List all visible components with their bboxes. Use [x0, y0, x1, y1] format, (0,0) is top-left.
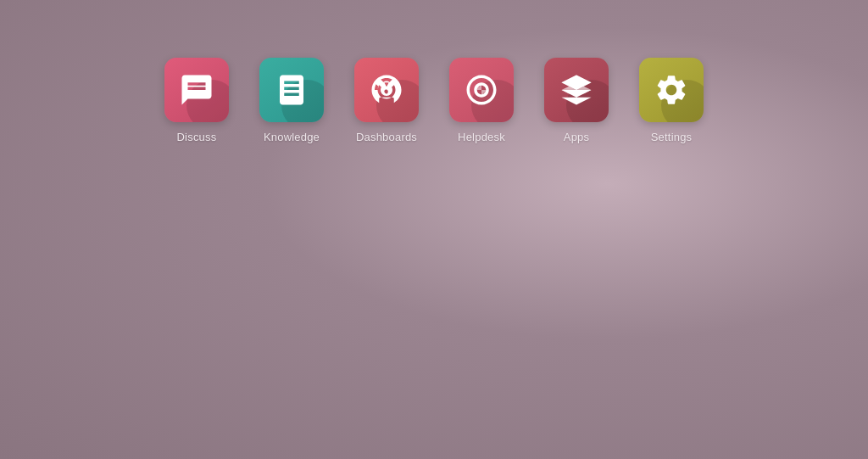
- dashboards-label: Dashboards: [356, 131, 417, 143]
- apps-label: Apps: [564, 131, 589, 143]
- app-grid: Discuss Knowledge Dashboards Helpdesk: [149, 58, 719, 143]
- knowledge-label: Knowledge: [264, 131, 320, 143]
- discuss-icon: [164, 58, 229, 122]
- app-item-dashboards[interactable]: Dashboards: [339, 58, 434, 143]
- dashboards-icon: [354, 58, 419, 122]
- settings-icon: [639, 58, 704, 122]
- knowledge-icon: [259, 58, 324, 122]
- settings-label: Settings: [651, 131, 693, 143]
- app-item-settings[interactable]: Settings: [624, 58, 719, 143]
- app-item-discuss[interactable]: Discuss: [149, 58, 244, 143]
- app-item-helpdesk[interactable]: Helpdesk: [434, 58, 529, 143]
- discuss-label: Discuss: [177, 131, 217, 143]
- app-item-knowledge[interactable]: Knowledge: [244, 58, 339, 143]
- helpdesk-label: Helpdesk: [458, 131, 505, 143]
- helpdesk-icon: [449, 58, 514, 122]
- app-item-apps[interactable]: Apps: [529, 58, 624, 143]
- apps-icon: [544, 58, 609, 122]
